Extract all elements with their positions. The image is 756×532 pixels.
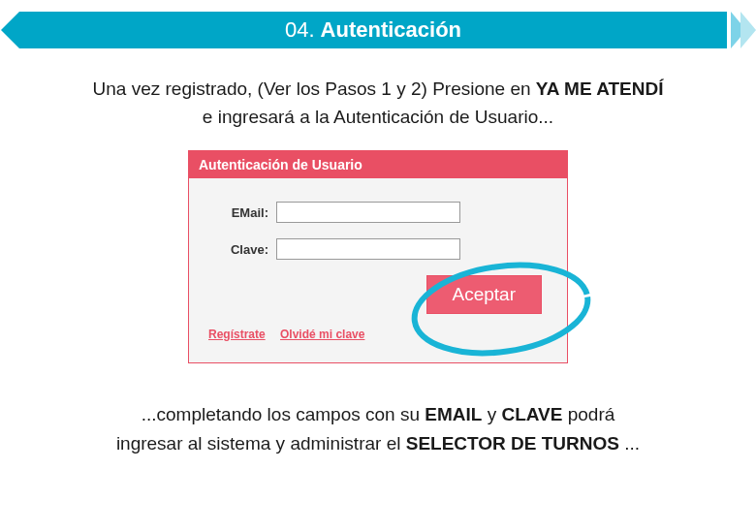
outro-text: ...completando los campos con su EMAIL y… — [68, 400, 688, 459]
panel-title: Autenticación de Usuario — [189, 151, 567, 178]
outro-part3: podrá — [568, 404, 615, 424]
email-row: EMail: — [208, 202, 548, 223]
register-link[interactable]: Regístrate — [208, 328, 266, 341]
clave-row: Clave: — [208, 238, 548, 260]
login-panel: Autenticación de Usuario EMail: Clave: A… — [188, 150, 568, 363]
panel-wrap: Autenticación de Usuario EMail: Clave: A… — [0, 150, 756, 363]
accept-button[interactable]: Aceptar — [426, 275, 542, 314]
intro-text: Una vez registrado, (Ver los Pasos 1 y 2… — [48, 76, 708, 131]
header-ribbon: 04. Autenticación — [19, 12, 727, 48]
accept-row: Aceptar — [208, 275, 548, 314]
outro-bold1: EMAIL — [425, 404, 482, 424]
header-chevrons-icon — [737, 12, 756, 48]
clave-label: Clave: — [208, 242, 276, 257]
clave-field[interactable] — [276, 238, 460, 260]
header-number: 04. — [285, 17, 315, 43]
header-bar: 04. Autenticación — [0, 12, 756, 48]
outro-bold3: SELECTOR DE TURNOS — [406, 433, 619, 454]
intro-part2: e ingresará a la Autenticación de Usuari… — [203, 107, 553, 127]
outro-bold2: CLAVE — [501, 404, 562, 424]
outro-part4: ingresar al sistema y administrar el — [116, 433, 406, 454]
outro-part1: ...completando los campos con su — [142, 404, 425, 424]
panel-body: EMail: Clave: Aceptar Regístrate Olvidé … — [189, 178, 567, 362]
intro-part1: Una vez registrado, (Ver los Pasos 1 y 2… — [93, 78, 536, 99]
email-field[interactable] — [276, 202, 460, 223]
panel-links: Regístrate Olvidé mi clave — [208, 328, 548, 351]
outro-part2: y — [488, 404, 502, 424]
outro-part5: ... — [624, 433, 640, 454]
header-title: Autenticación — [321, 17, 461, 43]
forgot-link[interactable]: Olvidé mi clave — [280, 328, 364, 341]
intro-bold1: YA ME ATENDÍ — [536, 78, 664, 99]
email-label: EMail: — [208, 205, 276, 220]
